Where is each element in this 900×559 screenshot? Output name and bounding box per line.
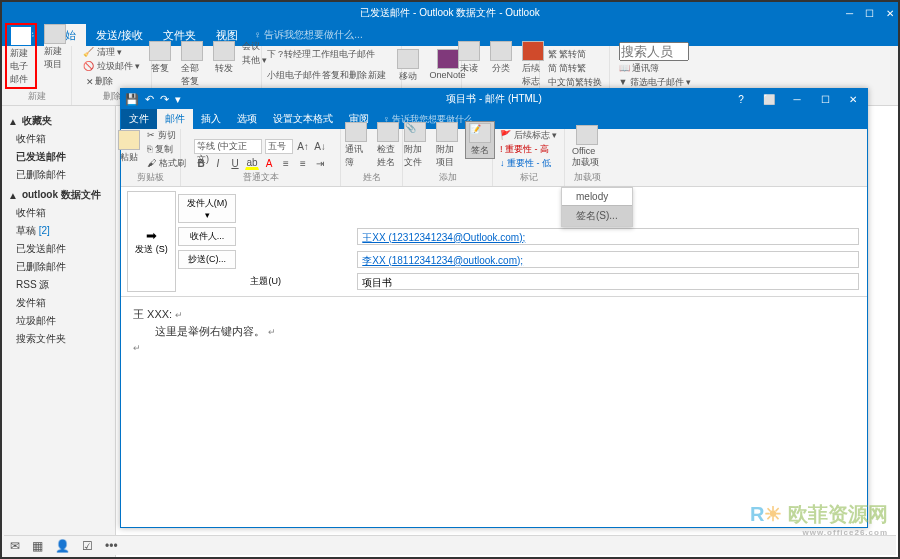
numbering-button[interactable]: ≡ bbox=[296, 156, 310, 170]
nav-drafts[interactable]: 草稿 [2] bbox=[8, 222, 109, 240]
font-color-button[interactable]: A bbox=[262, 156, 276, 170]
qs-2[interactable]: 工作组电子邮件 bbox=[312, 48, 375, 61]
unread-button[interactable]: 未读 bbox=[455, 40, 483, 76]
bullets-button[interactable]: ≡ bbox=[279, 156, 293, 170]
nav-deleted2[interactable]: 已删除邮件 bbox=[8, 258, 109, 276]
trans-2[interactable]: 简 简转繁 bbox=[548, 62, 587, 75]
ctab-options[interactable]: 选项 bbox=[229, 109, 265, 129]
new-item-button[interactable]: 新建项目 bbox=[41, 23, 69, 72]
cut-button[interactable]: ✂ 剪切 bbox=[147, 129, 186, 142]
search-people-input[interactable] bbox=[619, 42, 689, 61]
calendar-view-icon[interactable]: ▦ bbox=[32, 539, 43, 553]
qs-1[interactable]: 下 ? bbox=[267, 48, 284, 61]
nav-sent[interactable]: 已发送邮件 bbox=[8, 148, 109, 166]
nav-inbox2[interactable]: 收件箱 bbox=[8, 204, 109, 222]
font-size-select[interactable]: 五号 bbox=[265, 139, 293, 154]
ctab-format[interactable]: 设置文本格式 bbox=[265, 109, 341, 129]
clean-button[interactable]: 🧹 清理 ▾ bbox=[83, 46, 122, 59]
mail-view-icon[interactable]: ✉ bbox=[10, 539, 20, 553]
replyall-button[interactable]: 全部答复 bbox=[178, 40, 206, 89]
reply-button[interactable]: 答复 bbox=[146, 40, 174, 76]
group-ctags: 标记 bbox=[520, 171, 538, 184]
grow-font-icon[interactable]: A↑ bbox=[296, 140, 310, 154]
group-new: 新建 bbox=[28, 90, 46, 103]
new-mail-button[interactable]: 新建 电子邮件 bbox=[5, 23, 37, 89]
cc-field[interactable]: 李XX (18112341234@outlook.com); bbox=[357, 251, 858, 268]
qs-5[interactable]: 小组电子邮件 bbox=[267, 69, 321, 82]
subject-label: 主题(U) bbox=[176, 271, 356, 292]
junk-button[interactable]: 🚫 垃圾邮件 ▾ bbox=[83, 60, 140, 73]
qs-4[interactable]: 答复和删除 bbox=[322, 69, 367, 82]
to-field[interactable]: 王XX (12312341234@Outlook.com); bbox=[357, 228, 858, 245]
indent-button[interactable]: ⇥ bbox=[313, 156, 327, 170]
tasks-view-icon[interactable]: ☑ bbox=[82, 539, 93, 553]
fav-header[interactable]: ▲ 收藏夹 bbox=[8, 114, 109, 128]
attach-item-button[interactable]: 附加项目 bbox=[433, 121, 461, 170]
underline-button[interactable]: U bbox=[228, 156, 242, 170]
max-icon[interactable]: ☐ bbox=[865, 8, 874, 19]
nav-search[interactable]: 搜索文件夹 bbox=[8, 330, 109, 348]
qs-3[interactable]: 转经理 bbox=[284, 48, 311, 61]
comp-max-icon[interactable]: ☐ bbox=[811, 89, 839, 109]
sig-option-melody[interactable]: melody bbox=[562, 188, 632, 205]
nav-sent2[interactable]: 已发送邮件 bbox=[8, 240, 109, 258]
more-nav-icon[interactable]: ••• bbox=[105, 539, 118, 553]
help-icon[interactable]: ? bbox=[727, 89, 755, 109]
nav-pane: ▲ 收藏夹 收件箱 已发送邮件 已删除邮件 ▲ outlook 数据文件 收件箱… bbox=[2, 106, 116, 557]
from-button[interactable]: 发件人(M) ▾ bbox=[178, 194, 236, 223]
compose-title: 项目书 - 邮件 (HTML) bbox=[446, 92, 542, 106]
office-addins-button[interactable]: Office 加载项 bbox=[569, 124, 605, 170]
italic-button[interactable]: I bbox=[211, 156, 225, 170]
addressbook-button2[interactable]: 通讯簿 bbox=[342, 121, 370, 170]
nav-inbox[interactable]: 收件箱 bbox=[8, 130, 109, 148]
comp-close-icon[interactable]: ✕ bbox=[839, 89, 867, 109]
nav-rss[interactable]: RSS 源 bbox=[8, 276, 109, 294]
close-icon[interactable]: ✕ bbox=[886, 8, 894, 19]
qat-undo-icon[interactable]: ↶ bbox=[145, 93, 154, 106]
addressbook-button[interactable]: 📖 通讯簿 bbox=[619, 62, 660, 75]
delete-button[interactable]: ✕删除 bbox=[83, 74, 116, 89]
trans-1[interactable]: 繁 繁转简 bbox=[548, 48, 587, 61]
min-icon[interactable]: ─ bbox=[846, 8, 853, 19]
sig-option-settings[interactable]: 签名(S)... bbox=[562, 205, 632, 226]
signature-button[interactable]: 📝签名 bbox=[465, 121, 495, 159]
highlight-button[interactable]: ab bbox=[245, 156, 259, 170]
tell-me[interactable]: ♀ 告诉我您想要做什么... bbox=[254, 28, 363, 42]
followup-button[interactable]: 🚩 后续标志 ▾ bbox=[500, 129, 557, 142]
qat-redo-icon[interactable]: ↷ bbox=[160, 93, 169, 106]
nav-junk[interactable]: 垃圾邮件 bbox=[8, 312, 109, 330]
nav-deleted[interactable]: 已删除邮件 bbox=[8, 166, 109, 184]
importance-low[interactable]: ↓ 重要性 - 低 bbox=[500, 157, 551, 170]
compose-body[interactable]: 王 XXX: ↵ 这里是举例右键内容。 ↵ ↵ bbox=[121, 296, 867, 527]
attach-file-button[interactable]: 📎附加文件 bbox=[401, 121, 429, 170]
shrink-font-icon[interactable]: A↓ bbox=[313, 140, 327, 154]
send-button[interactable]: ➡ 发送 (S) bbox=[128, 192, 176, 292]
font-name-select[interactable]: 等线 (中文正文) bbox=[194, 139, 262, 154]
qat-save-icon[interactable]: 💾 bbox=[125, 93, 139, 106]
qs-6[interactable]: 新建 bbox=[368, 69, 386, 82]
paste-button[interactable]: 粘贴 bbox=[115, 129, 143, 165]
to-button[interactable]: 收件人... bbox=[178, 227, 236, 246]
categorize-button[interactable]: 分类 bbox=[487, 40, 515, 76]
check-names-button[interactable]: 检查姓名 bbox=[374, 121, 402, 170]
cc-button[interactable]: 抄送(C)... bbox=[178, 250, 236, 269]
ctab-insert[interactable]: 插入 bbox=[193, 109, 229, 129]
importance-high[interactable]: ! 重要性 - 高 bbox=[500, 143, 549, 156]
compose-window: 💾 ↶ ↷ ▾ 项目书 - 邮件 (HTML) ? ⬜ ─ ☐ ✕ 文件 邮件 … bbox=[120, 88, 868, 528]
ctab-message[interactable]: 邮件 bbox=[157, 109, 193, 129]
tab-sendrecv[interactable]: 发送/接收 bbox=[86, 24, 153, 46]
nav-outbox[interactable]: 发件箱 bbox=[8, 294, 109, 312]
datafile-header[interactable]: ▲ outlook 数据文件 bbox=[8, 188, 109, 202]
forward-button[interactable]: 转发 bbox=[210, 40, 238, 76]
bold-button[interactable]: B bbox=[194, 156, 208, 170]
subject-field[interactable]: 项目书 bbox=[357, 273, 858, 290]
ctab-file[interactable]: 文件 bbox=[121, 109, 157, 129]
format-painter-button[interactable]: 🖌 格式刷 bbox=[147, 157, 186, 170]
move-button[interactable]: 移动 bbox=[394, 48, 422, 84]
qat-more-icon[interactable]: ▾ bbox=[175, 93, 181, 106]
group-clipboard: 剪贴板 bbox=[137, 171, 164, 184]
people-view-icon[interactable]: 👤 bbox=[55, 539, 70, 553]
ribbon-toggle-icon[interactable]: ⬜ bbox=[755, 89, 783, 109]
comp-min-icon[interactable]: ─ bbox=[783, 89, 811, 109]
copy-button[interactable]: ⎘ 复制 bbox=[147, 143, 186, 156]
